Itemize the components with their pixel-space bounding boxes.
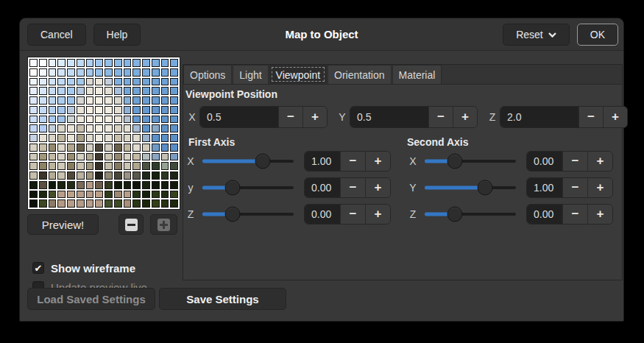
second-axis-z-slider[interactable] [425,204,516,224]
preview-cell [114,162,122,170]
plus-button[interactable]: + [302,107,327,127]
preview-cell [152,181,160,189]
preview-cell [39,153,47,161]
first-axis-y-slider[interactable] [202,177,294,198]
preview-cell [77,96,85,105]
preview-cell [67,191,75,199]
tab-strip: Options Light Viewpoint Orientation Mate… [183,65,622,85]
preview-cell [57,78,66,86]
zoom-in-button[interactable] [150,214,177,235]
first-axis-z-slider[interactable] [202,204,294,224]
preview-cell [67,59,75,67]
preview-cell [170,191,178,199]
zoom-out-button[interactable] [118,214,144,235]
ok-button[interactable]: OK [577,24,618,46]
minus-button[interactable]: − [340,178,365,197]
preview-cell [152,153,160,161]
slider-knob[interactable] [224,207,240,222]
second-axis-heading: Second Axis [407,136,469,148]
preview-cell [49,106,57,114]
preview-cell [132,124,141,132]
plus-button[interactable]: + [587,178,612,197]
viewpoint-y-entry[interactable] [350,107,428,127]
plus-button[interactable]: + [453,107,477,127]
preview-cell [132,87,141,95]
tab-options[interactable]: Options [183,65,232,84]
minus-button[interactable]: − [578,107,603,127]
first-axis-y-entry[interactable] [305,178,340,197]
preview-cell [86,134,94,142]
viewpoint-x-entry[interactable] [200,107,278,127]
plus-button[interactable]: + [365,152,390,171]
help-button[interactable]: Help [93,24,141,46]
second-axis-y-entry[interactable] [527,178,562,197]
load-saved-settings-button[interactable]: Load Saved Settings [27,288,155,310]
first-axis-heading: First Axis [188,136,235,148]
first-axis-z-label: Z [186,208,195,220]
preview-cell [86,181,94,189]
preview-cell [95,144,103,152]
preview-cell [57,124,66,132]
viewpoint-position-heading: Viewpoint Position [185,88,277,100]
plus-button[interactable]: + [587,205,612,224]
reset-button[interactable]: Reset [503,24,570,46]
first-axis-x-slider[interactable] [202,151,294,172]
slider-knob[interactable] [447,154,462,169]
preview-cell [170,106,178,114]
minus-button[interactable]: − [340,152,365,171]
cancel-button[interactable]: Cancel [27,24,86,46]
preview-cell [57,172,66,180]
preview-cell [114,153,122,161]
preview-cell [170,96,178,105]
tab-viewpoint[interactable]: Viewpoint [269,65,327,84]
show-wireframe-box[interactable]: ✔ [32,262,44,274]
minus-button[interactable]: − [562,205,587,224]
second-axis-y-slider[interactable] [425,177,516,198]
preview-cell [105,124,113,132]
preview-cell [39,116,47,124]
minus-button[interactable]: − [278,107,302,127]
tab-orientation[interactable]: Orientation [328,65,391,84]
first-axis-x-entry[interactable] [305,152,340,171]
preview-button[interactable]: Preview! [27,214,99,235]
preview-cell [77,87,85,95]
second-axis-x-slider[interactable] [425,151,516,172]
second-axis-x-entry[interactable] [527,152,562,171]
slider-knob[interactable] [255,154,270,169]
preview-cell [29,68,38,77]
viewpoint-z-entry[interactable] [500,107,578,127]
plus-button[interactable]: + [365,178,390,197]
preview-cell [170,153,178,161]
slider-knob[interactable] [224,180,240,196]
plus-button[interactable]: + [365,205,390,224]
preview-cell [29,78,38,86]
preview-cell [142,78,150,86]
save-settings-button[interactable]: Save Settings [159,288,286,310]
tab-light[interactable]: Light [233,65,268,84]
preview-grid[interactable] [29,59,178,208]
show-wireframe-checkbox[interactable]: ✔ Show wireframe [32,261,135,275]
minus-button[interactable]: − [562,178,587,197]
preview-cell [170,78,178,86]
minus-button[interactable]: − [428,107,453,127]
first-axis-z-entry[interactable] [305,205,340,224]
tab-material[interactable]: Material [392,65,442,84]
preview-cell [132,144,141,152]
preview-cell [161,124,169,132]
plus-button[interactable]: + [587,152,612,171]
second-axis-z-entry[interactable] [527,205,562,224]
preview-cell [39,172,47,180]
minus-button[interactable]: − [562,152,587,171]
minus-button[interactable]: − [340,205,365,224]
zoom-in-icon [158,219,170,231]
preview-cell [39,68,47,77]
second-axis-column: X − + Y [408,151,626,230]
preview-cell [114,87,122,95]
preview-cell [39,199,47,208]
slider-knob[interactable] [447,207,462,222]
plus-button[interactable]: + [603,107,627,127]
preview-cell [142,106,150,114]
preview-cell [132,106,141,114]
slider-knob[interactable] [477,180,492,196]
preview-cell [124,153,132,161]
